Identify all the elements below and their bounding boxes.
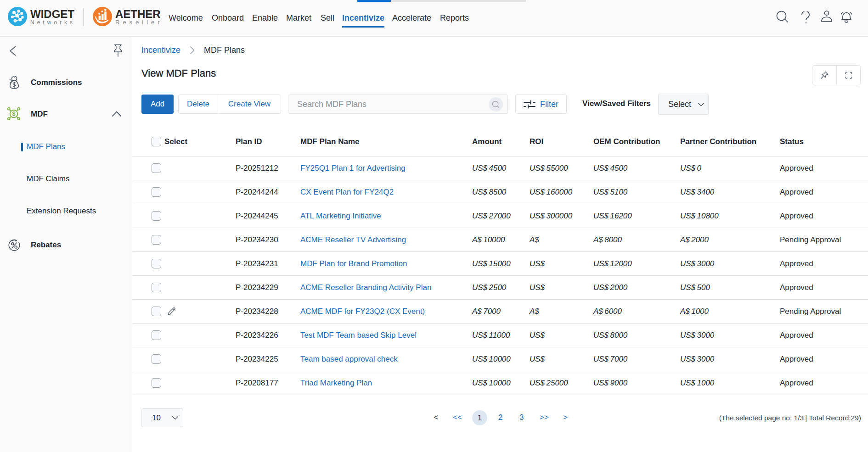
svg-text:$: $ (12, 111, 16, 117)
